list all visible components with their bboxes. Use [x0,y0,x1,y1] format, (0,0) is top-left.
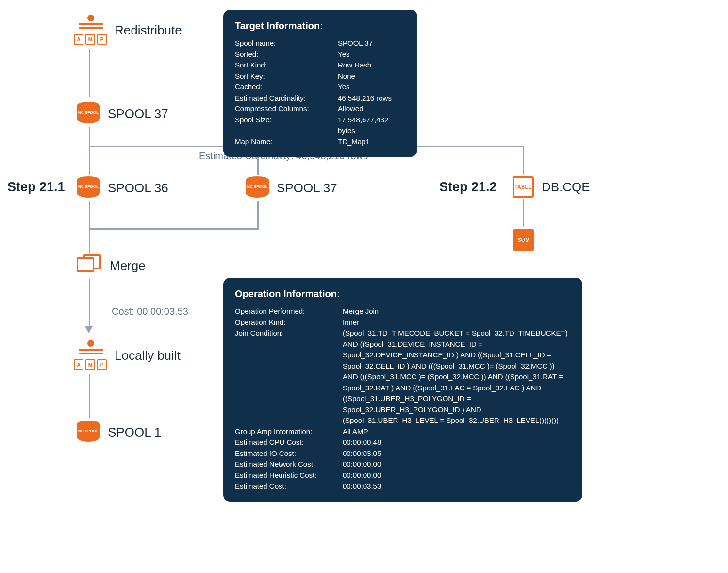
info-value: TD_Map1 [338,136,406,148]
spool-37-mid-label: SPOOL 37 [277,181,337,196]
spool-37-top-label: SPOOL 37 [108,106,168,121]
connector [89,201,90,228]
operation-info-panel: Operation Information: Operation Perform… [223,278,582,502]
info-value: Yes [338,49,406,60]
redistribute-node: A M P Redistribute [73,15,182,46]
info-key: Join Condition: [235,328,337,426]
step-21-2-label: Step 21.2 [439,180,497,195]
info-row: Estimated Heuristic Cost:00:00:00.00 [235,470,571,481]
redistribute-icon: A M P [73,15,107,46]
spool-icon: NC SPOOL [77,102,100,125]
info-key: Estimated CPU Cost: [235,437,337,448]
connector [89,279,90,327]
spool-icon: NC SPOOL [77,176,100,200]
spool-1-label: SPOOL 1 [108,425,161,440]
info-row: Sort Key:None [235,71,406,82]
info-key: Sort Kind: [235,60,332,71]
info-value: 00:00:00.00 [343,459,571,470]
info-row: Estimated CPU Cost:00:00:00.48 [235,437,571,448]
info-key: Map Name: [235,136,332,148]
sum-icon: SUM [513,229,534,251]
info-value: Yes [338,82,406,93]
info-key: Compressed Columns: [235,103,332,115]
info-row: Estimated IO Cost:00:00:03.05 [235,448,571,459]
info-row: Estimated Cardinality:46,548,216 rows [235,93,406,104]
spool-icon: NC SPOOL [246,176,269,200]
info-value: Inner [343,317,571,328]
info-row: Join Condition:(Spool_31.TD_TIMECODE_BUC… [235,328,571,426]
info-value: 46,548,216 rows [338,93,406,104]
info-row: Group Amp Information:All AMP [235,426,571,438]
info-row: Operation Performed:Merge Join [235,306,571,317]
locally-built-node: A M P Locally built [73,340,181,371]
info-key: Estimated Heuristic Cost: [235,470,337,481]
spool-1-node: NC SPOOL SPOOL 1 [77,421,161,444]
connector [89,49,90,97]
info-key: Spool Size: [235,115,332,136]
info-value: None [338,71,406,82]
redistribute-label: Redistribute [115,23,182,38]
info-key: Estimated Cardinality: [235,93,332,104]
amp-box-m: M [85,34,95,45]
connector [89,127,90,146]
table-icon: TABLE [513,176,534,198]
cost-label: Cost: 00:00:03.53 [112,306,188,317]
info-key: Sorted: [235,49,332,60]
operation-info-title: Operation Information: [235,286,571,301]
info-row: Compressed Columns:Allowed [235,103,406,115]
info-value: All AMP [343,426,571,438]
info-key: Sort Key: [235,71,332,82]
step-21-1-label: Step 21.1 [7,180,65,195]
info-value: SPOOL 37 [338,38,406,49]
spool-37-mid-node: NC SPOOL SPOOL 37 [246,176,337,200]
info-value: 00:00:00.00 [343,470,571,481]
amp-box-a: A [74,34,83,45]
db-cqe-label: DB.CQE [542,180,590,195]
info-row: Estimated Network Cost:00:00:00.00 [235,459,571,470]
merge-icon [77,254,102,277]
target-info-title: Target Information: [235,18,406,33]
info-value: Merge Join [343,306,571,317]
info-value: 00:00:03.05 [343,448,571,459]
info-row: Sorted:Yes [235,49,406,60]
locally-built-icon: A M P [73,340,107,371]
spool-37-top-node: NC SPOOL SPOOL 37 [77,102,168,125]
info-key: Spool name: [235,38,332,49]
spool-36-label: SPOOL 36 [108,181,168,196]
info-row: Spool Size:17,548,677,432 bytes [235,115,406,136]
info-key: Operation Kind: [235,317,337,328]
connector [257,201,259,228]
target-info-rows: Spool name:SPOOL 37Sorted:YesSort Kind:R… [235,38,406,147]
info-key: Estimated Cost: [235,481,337,492]
diagram-canvas: A M P Redistribute NC SPOOL SPOOL 37 Est… [0,0,728,573]
spool-icon: NC SPOOL [77,421,100,444]
merge-node: Merge [77,254,146,277]
connector [89,374,90,418]
connector [89,228,259,230]
amp-box-p: P [97,34,107,45]
info-value: 00:00:03.53 [343,481,571,492]
info-row: Operation Kind:Inner [235,317,571,328]
info-row: Map Name:TD_Map1 [235,136,406,148]
connector [523,146,524,175]
merge-label: Merge [110,258,146,273]
info-key: Group Amp Information: [235,426,337,438]
info-row: Estimated Cost:00:00:03.53 [235,481,571,492]
info-key: Cached: [235,82,332,93]
info-key: Estimated IO Cost: [235,448,337,459]
spool-36-node: NC SPOOL SPOOL 36 [77,176,168,200]
info-value: Allowed [338,103,406,115]
info-row: Sort Kind:Row Hash [235,60,406,71]
info-value: 00:00:00.48 [343,437,571,448]
info-value: (Spool_31.TD_TIMECODE_BUCKET = Spool_32.… [343,328,571,426]
target-info-panel: Target Information: Spool name:SPOOL 37S… [223,10,417,157]
info-key: Estimated Network Cost: [235,459,337,470]
info-value: 17,548,677,432 bytes [338,115,406,136]
locally-built-label: Locally built [115,348,181,363]
connector [89,146,90,175]
info-value: Row Hash [338,60,406,71]
db-cqe-node: TABLE DB.CQE [513,176,590,198]
operation-info-rows: Operation Performed:Merge JoinOperation … [235,306,571,492]
info-row: Cached:Yes [235,82,406,93]
connector [523,199,524,227]
